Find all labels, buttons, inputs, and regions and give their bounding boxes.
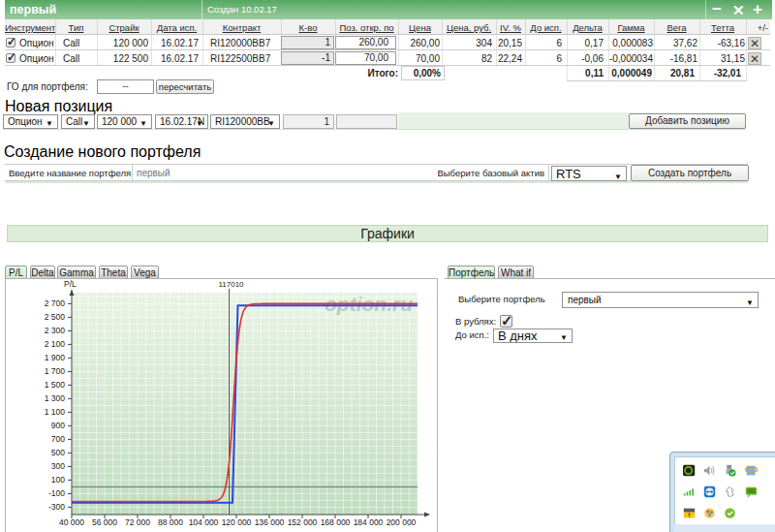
- svg-text:2 300: 2 300: [45, 326, 66, 335]
- svg-text:40 000: 40 000: [59, 517, 84, 527]
- svg-text:900: 900: [51, 421, 65, 430]
- svg-text:104 000: 104 000: [189, 517, 219, 527]
- svg-text:152 000: 152 000: [288, 517, 318, 527]
- svg-text:2 500: 2 500: [45, 312, 66, 322]
- svg-text:2 700: 2 700: [45, 298, 66, 308]
- svg-text:1 100: 1 100: [45, 407, 66, 417]
- svg-text:1 900: 1 900: [45, 353, 66, 362]
- svg-text:P/L: P/L: [64, 279, 77, 289]
- svg-text:168 000: 168 000: [321, 517, 351, 527]
- svg-text:136 000: 136 000: [255, 517, 285, 527]
- svg-text:200 000: 200 000: [387, 517, 417, 527]
- svg-text:-300: -300: [48, 502, 65, 512]
- svg-text:700: 700: [51, 434, 65, 444]
- svg-text:88 000: 88 000: [158, 517, 183, 527]
- svg-text:72 000: 72 000: [125, 517, 150, 527]
- svg-text:120 000: 120 000: [222, 517, 252, 527]
- svg-text:-100: -100: [48, 488, 65, 498]
- svg-text:1 700: 1 700: [45, 366, 66, 376]
- svg-text:1 300: 1 300: [45, 393, 66, 403]
- svg-text:184 000: 184 000: [354, 517, 384, 527]
- svg-text:2 100: 2 100: [45, 339, 66, 349]
- svg-text:300: 300: [51, 461, 65, 471]
- svg-text:56 000: 56 000: [92, 517, 117, 527]
- svg-text:100: 100: [51, 475, 65, 485]
- svg-text:500: 500: [51, 448, 65, 457]
- svg-text:1 500: 1 500: [45, 380, 66, 390]
- svg-text:117010: 117010: [218, 280, 244, 289]
